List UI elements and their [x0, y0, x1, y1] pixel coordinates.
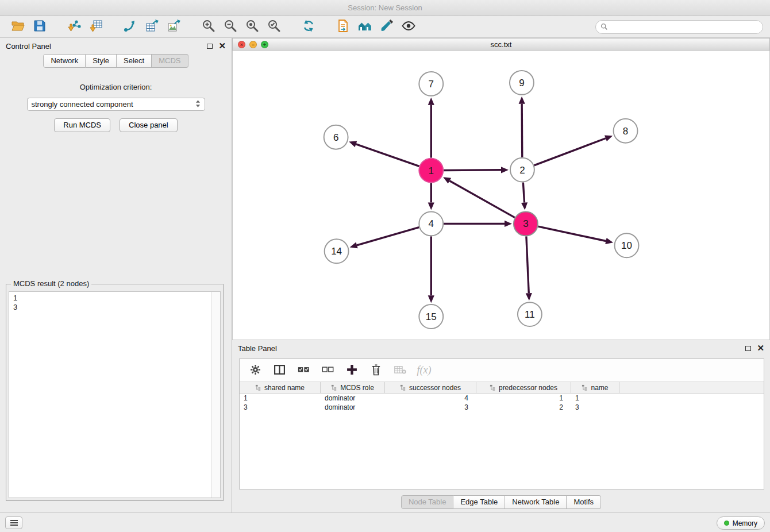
- mcds-result-line: 1: [13, 294, 207, 303]
- column-header-mcds-role[interactable]: MCDS role: [321, 382, 385, 393]
- open-file-button[interactable]: [7, 18, 29, 36]
- share-network-button[interactable]: [120, 18, 141, 36]
- search-input[interactable]: [611, 23, 758, 31]
- import-network-button[interactable]: [63, 18, 85, 36]
- select-all-button[interactable]: [294, 362, 313, 379]
- tab-mcds[interactable]: MCDS: [152, 54, 188, 68]
- zoom-fit-button[interactable]: [241, 18, 263, 36]
- mcds-result-list[interactable]: 1 3: [9, 291, 221, 498]
- edge-2-9[interactable]: [522, 104, 522, 157]
- zoom-in-button[interactable]: [198, 18, 220, 36]
- table-row[interactable]: 3dominator323: [240, 403, 764, 412]
- tab-style[interactable]: Style: [86, 54, 117, 68]
- search-box[interactable]: [595, 20, 763, 34]
- close-panel-button[interactable]: Close panel: [120, 118, 178, 132]
- control-panel: Control Panel ✕ Network Style Select MCD…: [0, 38, 232, 512]
- export-document-button[interactable]: [332, 18, 354, 36]
- graph-node-label-6: 6: [333, 132, 338, 143]
- result-scrollbar[interactable]: [211, 292, 220, 498]
- edge-2-3[interactable]: [523, 182, 524, 202]
- network-graph[interactable]: 7968124314101511: [233, 51, 769, 340]
- table-cell[interactable]: 1: [476, 394, 571, 402]
- save-session-button[interactable]: [29, 18, 51, 36]
- export-table-icon: [145, 19, 160, 34]
- column-header-shared-name[interactable]: shared name: [240, 382, 321, 393]
- task-history-button[interactable]: [5, 516, 22, 529]
- table-cell[interactable]: 4: [385, 394, 476, 402]
- edge-3-11[interactable]: [526, 236, 529, 293]
- table-panel-title: Table Panel: [238, 344, 277, 353]
- close-table-panel-icon[interactable]: ✕: [757, 345, 764, 351]
- table-cell[interactable]: dominator: [321, 394, 385, 402]
- table-cell[interactable]: 2: [476, 403, 571, 411]
- zoom-selected-button[interactable]: [263, 18, 285, 36]
- toolbar-group: [63, 18, 107, 36]
- delete-table-icon: [394, 364, 406, 377]
- status-bar: Memory: [0, 512, 770, 532]
- delete-column-icon: [370, 364, 382, 377]
- table-panel: Table Panel ✕ f(x) shared name MCDS role…: [232, 340, 770, 512]
- table-cell[interactable]: 1: [240, 394, 321, 402]
- table-cell[interactable]: 3: [385, 403, 476, 411]
- network-canvas[interactable]: 7968124314101511: [232, 51, 770, 340]
- zoom-selected-icon: [267, 19, 282, 34]
- export-table-button[interactable]: [141, 18, 163, 36]
- zoom-window-button[interactable]: +: [261, 41, 268, 48]
- network-window-titlebar[interactable]: scc.txt × − +: [232, 38, 770, 51]
- list-icon: [10, 520, 18, 521]
- optimization-criterion-select[interactable]: strongly connected component: [27, 98, 205, 111]
- close-panel-icon[interactable]: ✕: [218, 43, 226, 49]
- tab-network-table[interactable]: Network Table: [505, 495, 567, 509]
- zoom-out-button[interactable]: [220, 18, 241, 36]
- close-window-button[interactable]: ×: [238, 41, 245, 48]
- import-table-button[interactable]: [85, 18, 107, 36]
- arrowhead-1-2: [501, 167, 509, 173]
- column-header-predecessor-nodes[interactable]: predecessor nodes: [476, 382, 571, 393]
- edge-3-10[interactable]: [538, 226, 606, 241]
- columns-icon: [274, 364, 286, 377]
- zoom-fit-icon: [245, 19, 260, 34]
- select-all-icon: [298, 364, 310, 377]
- toolbar-group: [332, 18, 419, 36]
- export-image-button[interactable]: [163, 18, 185, 36]
- edge-1-6[interactable]: [356, 144, 419, 166]
- arrowhead-2-3: [521, 202, 528, 210]
- add-column-button[interactable]: [342, 362, 361, 379]
- tab-select[interactable]: Select: [117, 54, 152, 68]
- edge-2-8[interactable]: [534, 138, 606, 165]
- tab-node-table[interactable]: Node Table: [401, 495, 454, 509]
- minimize-window-button[interactable]: −: [249, 41, 257, 48]
- run-mcds-button[interactable]: Run MCDS: [54, 118, 110, 132]
- refresh-button[interactable]: [298, 18, 319, 36]
- save-session-icon: [32, 19, 47, 34]
- overview-button[interactable]: [354, 18, 376, 36]
- arrowhead-1-7: [428, 98, 434, 105]
- toggle-details-button[interactable]: [398, 18, 419, 36]
- memory-button[interactable]: Memory: [717, 516, 765, 530]
- table-cell[interactable]: 1: [571, 394, 619, 402]
- tab-edge-table[interactable]: Edge Table: [453, 495, 505, 509]
- float-panel-icon[interactable]: [207, 44, 213, 49]
- tab-network[interactable]: Network: [43, 54, 86, 68]
- arrowhead-2-9: [519, 97, 525, 104]
- edge-3-1[interactable]: [449, 181, 514, 218]
- table-row[interactable]: 1dominator411: [240, 394, 764, 403]
- float-table-panel-icon[interactable]: [745, 346, 751, 351]
- edge-1-2[interactable]: [444, 170, 501, 171]
- tab-motifs[interactable]: Motifs: [567, 495, 601, 509]
- graph-node-label-14: 14: [331, 246, 342, 257]
- delete-column-button[interactable]: [366, 362, 386, 379]
- table-cell[interactable]: dominator: [321, 403, 385, 411]
- table-cell[interactable]: 3: [571, 403, 619, 411]
- paint-style-button[interactable]: [376, 18, 398, 36]
- gear-button[interactable]: [245, 362, 265, 379]
- node-table-card: f(x) shared name MCDS role successor nod…: [239, 358, 764, 489]
- arrowhead-1-4: [428, 202, 434, 210]
- window-titlebar[interactable]: Session: New Session: [0, 0, 770, 16]
- columns-button[interactable]: [270, 362, 289, 379]
- table-cell[interactable]: 3: [240, 403, 321, 411]
- edge-4-14[interactable]: [357, 228, 419, 245]
- column-header-successor-nodes[interactable]: successor nodes: [385, 382, 476, 393]
- column-header-name[interactable]: name: [571, 382, 619, 393]
- deselect-all-button[interactable]: [318, 362, 337, 379]
